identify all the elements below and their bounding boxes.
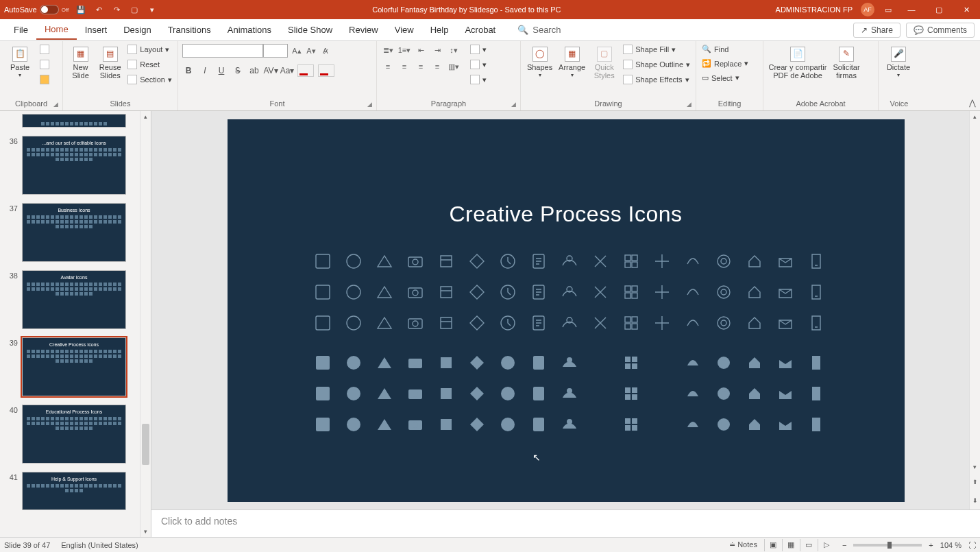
tab-home[interactable]: Home (36, 20, 77, 40)
autosave-toggle[interactable]: AutoSave Off (4, 5, 69, 14)
slide-icon[interactable] (404, 382, 427, 405)
slide-icon[interactable] (404, 311, 427, 335)
slide-icon[interactable] (527, 280, 550, 304)
slide-icon[interactable] (311, 413, 334, 436)
slide-icon[interactable] (496, 351, 519, 374)
slide-icon[interactable] (434, 250, 458, 273)
zoom-level[interactable]: 104 % (940, 541, 961, 549)
slide-icon[interactable] (496, 413, 519, 436)
scroll-down-icon[interactable]: ▾ (140, 526, 151, 537)
slide-icon[interactable] (558, 280, 581, 304)
minimize-button[interactable]: — (902, 5, 921, 14)
slide-icon[interactable] (650, 413, 674, 436)
language-button[interactable]: English (United States) (61, 541, 138, 549)
slide-icon[interactable] (465, 280, 489, 304)
qat-more-icon[interactable]: ▾ (147, 4, 158, 15)
save-icon[interactable]: 💾 (75, 4, 86, 15)
slide-icon[interactable] (712, 413, 735, 436)
tab-insert[interactable]: Insert (77, 21, 116, 39)
slide-thumbnail[interactable]: ...and our set of editable icons (22, 136, 126, 195)
paste-button[interactable]: 📋 Paste ▾ (4, 44, 36, 79)
slide-icon[interactable] (527, 382, 550, 405)
slide-icon[interactable] (342, 382, 365, 405)
slide-icon[interactable] (373, 250, 396, 273)
slide-title[interactable]: Creative Process Icons (228, 202, 905, 227)
align-center-button[interactable]: ≡ (397, 60, 411, 73)
slide-icon[interactable] (527, 311, 550, 335)
slide-icon[interactable] (681, 413, 705, 436)
slide-icon[interactable] (373, 351, 396, 374)
slide-icon[interactable] (774, 413, 797, 436)
slide-thumbnail[interactable]: Avatar Icons (22, 270, 126, 329)
slide-icon[interactable] (496, 280, 519, 304)
slide-icon[interactable] (404, 413, 427, 436)
decrease-font-button[interactable]: A▾ (305, 45, 317, 57)
slide-icon[interactable] (681, 280, 705, 304)
share-button[interactable]: ↗Share (853, 23, 901, 38)
prev-slide-icon[interactable]: ⬆ (972, 479, 978, 485)
create-pdf-button[interactable]: 📄Crear y compartir PDF de Adobe (768, 44, 828, 80)
slide-icon[interactable] (434, 280, 458, 304)
slide-icon[interactable] (527, 413, 550, 436)
slide-icon[interactable] (589, 280, 612, 304)
cut-button[interactable] (38, 44, 51, 55)
slide-icon[interactable] (404, 280, 427, 304)
font-name-input[interactable] (182, 44, 263, 58)
close-button[interactable]: ✕ (957, 5, 976, 14)
tab-acrobat[interactable]: Acrobat (456, 21, 504, 39)
slide-icon[interactable] (589, 351, 612, 374)
slide-icon[interactable] (743, 413, 766, 436)
slide-icon[interactable] (650, 311, 674, 335)
slide-icon[interactable] (712, 382, 735, 405)
reuse-slides-button[interactable]: ▤ Reuse Slides (97, 44, 123, 80)
slide-icon[interactable] (342, 311, 365, 335)
slide-icon[interactable] (650, 280, 674, 304)
decrease-indent-button[interactable]: ⇤ (414, 44, 428, 56)
slide-icon[interactable] (373, 280, 396, 304)
tab-help[interactable]: Help (422, 21, 457, 39)
align-right-button[interactable]: ≡ (414, 60, 428, 73)
change-case-button[interactable]: Aa▾ (281, 64, 293, 77)
slide-icon[interactable] (743, 280, 766, 304)
slide-icon[interactable] (527, 351, 550, 374)
slide-icon[interactable] (434, 413, 458, 436)
slide-editor-area[interactable]: Creative Process Icons ↖ ▴ ▾ ⬆ ⬇ (151, 111, 980, 509)
slide-thumbnail-selected[interactable]: Creative Process Icons (22, 337, 126, 396)
select-button[interactable]: ▭Select ▾ (700, 73, 750, 83)
scroll-up-icon[interactable]: ▴ (970, 111, 980, 122)
slide-icon[interactable] (558, 413, 581, 436)
increase-font-button[interactable]: A▴ (291, 45, 303, 57)
slide-icon[interactable] (311, 351, 334, 374)
ribbon-display-icon[interactable]: ▭ (883, 4, 894, 15)
slide-icon[interactable] (620, 280, 643, 304)
slide-icon[interactable] (404, 351, 427, 374)
collapse-ribbon-button[interactable]: ⋀ (969, 98, 976, 108)
zoom-out-button[interactable]: − (842, 541, 846, 549)
slide-icon[interactable] (712, 280, 735, 304)
normal-view-button[interactable]: ▣ (764, 539, 782, 551)
redo-icon[interactable]: ↷ (111, 4, 122, 15)
zoom-in-button[interactable]: + (929, 541, 933, 549)
slide-icon[interactable] (589, 382, 612, 405)
slide-icon[interactable] (434, 351, 458, 374)
replace-button[interactable]: 🔁Replace ▾ (700, 58, 750, 69)
slide-icon[interactable] (589, 413, 612, 436)
slide-icon[interactable] (373, 413, 396, 436)
smartart-button[interactable]: ▾ (469, 74, 488, 85)
slide-icon[interactable] (805, 311, 828, 335)
reset-button[interactable]: Reset (126, 59, 173, 70)
slide-icon[interactable] (465, 351, 489, 374)
slide-icon[interactable] (805, 382, 828, 405)
slide-icon[interactable] (805, 413, 828, 436)
slide-icon[interactable] (774, 351, 797, 374)
slide-icon[interactable] (496, 250, 519, 273)
align-left-button[interactable]: ≡ (381, 60, 395, 73)
tab-view[interactable]: View (387, 21, 422, 39)
align-text-button[interactable]: ▾ (469, 59, 488, 70)
slide-icon[interactable] (620, 351, 643, 374)
slide-icon[interactable] (311, 280, 334, 304)
slide-icon[interactable] (558, 351, 581, 374)
slide-icon[interactable] (650, 250, 674, 273)
font-size-input[interactable] (263, 44, 288, 58)
slide-icon[interactable] (465, 250, 489, 273)
